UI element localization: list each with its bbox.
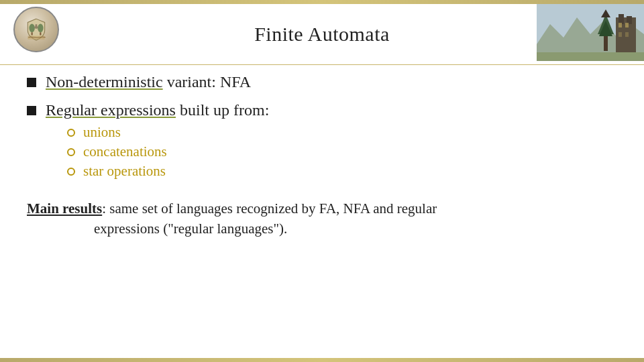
sub-item-star-operations: star operations [67,163,167,180]
circle-bullet-star [67,168,75,176]
circle-bullet-unions [67,129,75,137]
list-item-nfa: Non-deterministic variant: NFA [27,71,617,93]
nfa-text: Non-deterministic variant: NFA [46,71,251,93]
bottom-decorative-bar [0,358,644,362]
square-bullet-regex [27,106,36,115]
slide-title: Finite Automata [254,23,390,46]
list-item-regex: Regular expressions built up from: union… [27,99,617,187]
nfa-rest-text: variant: NFA [167,73,252,90]
regex-rest-text: built up from: [180,101,269,119]
sub-bullet-list: unions concatenations star operations [67,124,167,182]
star-operations-label: star operations [83,163,166,180]
sub-item-concatenations: concatenations [67,143,167,160]
square-bullet-nfa [27,78,36,87]
main-results-label: Main results [27,200,102,217]
regex-underline-text: Regular expressions [46,101,176,119]
main-results-paragraph: Main results: same set of languages reco… [27,198,617,239]
regex-text: Regular expressions built up from: [46,99,269,121]
header-divider [0,64,644,65]
main-results-colon: : same set of languages recognized by FA… [102,200,437,217]
concatenations-label: concatenations [83,143,167,160]
unions-label: unions [83,124,121,141]
slide-content: Non-deterministic variant: NFA Regular e… [27,71,617,335]
main-bullet-list: Non-deterministic variant: NFA Regular e… [27,71,617,188]
slide-header: Finite Automata [0,4,644,64]
main-results-continuation: expressions ("regular languages"). [94,219,617,239]
nfa-underline-text: Non-deterministic [46,73,163,90]
sub-item-unions: unions [67,124,167,141]
circle-bullet-concatenations [67,148,75,156]
